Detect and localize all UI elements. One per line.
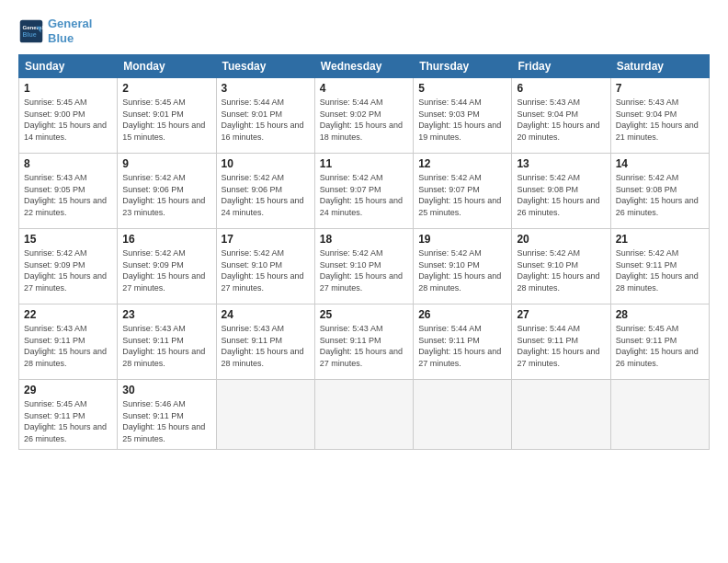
day-number: 25 [320, 308, 408, 321]
calendar-cell: 3Sunrise: 5:44 AMSunset: 9:01 PMDaylight… [216, 78, 314, 154]
day-info: Sunrise: 5:43 AMSunset: 9:11 PMDaylight:… [222, 323, 310, 369]
calendar-cell: 4Sunrise: 5:44 AMSunset: 9:02 PMDaylight… [314, 78, 413, 154]
day-number: 2 [122, 82, 210, 95]
logo-text: GeneralBlue [48, 17, 92, 45]
weekday-header-row: SundayMondayTuesdayWednesdayThursdayFrid… [19, 55, 710, 78]
calendar-cell: 28Sunrise: 5:45 AMSunset: 9:11 PMDayligh… [610, 304, 709, 380]
day-number: 14 [616, 157, 704, 170]
calendar-cell: 2Sunrise: 5:45 AMSunset: 9:01 PMDaylight… [118, 78, 216, 154]
calendar-cell [610, 380, 709, 449]
calendar-cell: 17Sunrise: 5:42 AMSunset: 9:10 PMDayligh… [216, 229, 314, 304]
calendar-cell: 24Sunrise: 5:43 AMSunset: 9:11 PMDayligh… [216, 304, 314, 380]
day-number: 22 [24, 308, 112, 321]
day-info: Sunrise: 5:45 AMSunset: 9:01 PMDaylight:… [122, 97, 210, 143]
weekday-header-monday: Monday [118, 55, 216, 78]
calendar-cell: 12Sunrise: 5:42 AMSunset: 9:07 PMDayligh… [414, 154, 512, 229]
day-info: Sunrise: 5:42 AMSunset: 9:06 PMDaylight:… [222, 172, 310, 218]
day-info: Sunrise: 5:42 AMSunset: 9:07 PMDaylight:… [320, 172, 408, 218]
day-info: Sunrise: 5:44 AMSunset: 9:03 PMDaylight:… [418, 97, 506, 143]
calendar-cell: 22Sunrise: 5:43 AMSunset: 9:11 PMDayligh… [19, 304, 118, 380]
calendar-cell: 11Sunrise: 5:42 AMSunset: 9:07 PMDayligh… [314, 154, 413, 229]
day-info: Sunrise: 5:43 AMSunset: 9:04 PMDaylight:… [517, 97, 605, 143]
calendar-cell: 26Sunrise: 5:44 AMSunset: 9:11 PMDayligh… [414, 304, 512, 380]
calendar-cell: 15Sunrise: 5:42 AMSunset: 9:09 PMDayligh… [19, 229, 118, 304]
calendar-cell: 20Sunrise: 5:42 AMSunset: 9:10 PMDayligh… [512, 229, 610, 304]
week-row-5: 29Sunrise: 5:45 AMSunset: 9:11 PMDayligh… [19, 380, 710, 449]
day-number: 8 [24, 157, 112, 170]
calendar-cell: 23Sunrise: 5:43 AMSunset: 9:11 PMDayligh… [118, 304, 216, 380]
day-number: 26 [418, 308, 506, 321]
calendar-table: SundayMondayTuesdayWednesdayThursdayFrid… [18, 54, 710, 449]
day-info: Sunrise: 5:42 AMSunset: 9:09 PMDaylight:… [24, 247, 112, 293]
day-number: 7 [616, 82, 704, 95]
day-number: 28 [616, 308, 704, 321]
day-info: Sunrise: 5:44 AMSunset: 9:02 PMDaylight:… [320, 97, 408, 143]
calendar-cell: 18Sunrise: 5:42 AMSunset: 9:10 PMDayligh… [314, 229, 413, 304]
weekday-header-tuesday: Tuesday [216, 55, 314, 78]
calendar-cell: 25Sunrise: 5:43 AMSunset: 9:11 PMDayligh… [314, 304, 413, 380]
calendar-cell [512, 380, 610, 449]
calendar-cell: 10Sunrise: 5:42 AMSunset: 9:06 PMDayligh… [216, 154, 314, 229]
day-info: Sunrise: 5:43 AMSunset: 9:11 PMDaylight:… [320, 323, 408, 369]
day-number: 5 [418, 82, 506, 95]
day-info: Sunrise: 5:45 AMSunset: 9:11 PMDaylight:… [24, 398, 112, 444]
day-info: Sunrise: 5:45 AMSunset: 9:11 PMDaylight:… [616, 323, 704, 369]
weekday-header-saturday: Saturday [610, 55, 709, 78]
day-number: 11 [320, 157, 408, 170]
day-number: 19 [418, 233, 506, 246]
logo: General Blue GeneralBlue [18, 17, 92, 45]
day-number: 15 [24, 233, 112, 246]
day-number: 6 [517, 82, 605, 95]
day-info: Sunrise: 5:42 AMSunset: 9:06 PMDaylight:… [122, 172, 210, 218]
day-number: 24 [222, 308, 310, 321]
calendar-cell [314, 380, 413, 449]
header: General Blue GeneralBlue [18, 17, 710, 45]
calendar-cell: 1Sunrise: 5:45 AMSunset: 9:00 PMDaylight… [19, 78, 118, 154]
day-number: 16 [122, 233, 210, 246]
day-info: Sunrise: 5:42 AMSunset: 9:07 PMDaylight:… [418, 172, 506, 218]
day-number: 29 [24, 384, 112, 396]
day-number: 20 [517, 233, 605, 246]
page: General Blue GeneralBlue SundayMondayTue… [0, 0, 728, 563]
day-info: Sunrise: 5:42 AMSunset: 9:11 PMDaylight:… [616, 247, 704, 293]
weekday-header-sunday: Sunday [19, 55, 118, 78]
day-number: 21 [616, 233, 704, 246]
calendar-cell: 8Sunrise: 5:43 AMSunset: 9:05 PMDaylight… [19, 154, 118, 229]
week-row-3: 15Sunrise: 5:42 AMSunset: 9:09 PMDayligh… [19, 229, 710, 304]
day-info: Sunrise: 5:42 AMSunset: 9:10 PMDaylight:… [418, 247, 506, 293]
svg-text:Blue: Blue [22, 31, 36, 38]
day-info: Sunrise: 5:42 AMSunset: 9:08 PMDaylight:… [616, 172, 704, 218]
day-info: Sunrise: 5:44 AMSunset: 9:11 PMDaylight:… [418, 323, 506, 369]
calendar-cell [414, 380, 512, 449]
day-info: Sunrise: 5:42 AMSunset: 9:10 PMDaylight:… [320, 247, 408, 293]
day-info: Sunrise: 5:43 AMSunset: 9:05 PMDaylight:… [24, 172, 112, 218]
calendar-cell: 7Sunrise: 5:43 AMSunset: 9:04 PMDaylight… [610, 78, 709, 154]
day-info: Sunrise: 5:42 AMSunset: 9:08 PMDaylight:… [517, 172, 605, 218]
calendar-cell: 13Sunrise: 5:42 AMSunset: 9:08 PMDayligh… [512, 154, 610, 229]
calendar-cell [216, 380, 314, 449]
day-info: Sunrise: 5:42 AMSunset: 9:10 PMDaylight:… [222, 247, 310, 293]
weekday-header-friday: Friday [512, 55, 610, 78]
calendar-cell: 30Sunrise: 5:46 AMSunset: 9:11 PMDayligh… [118, 380, 216, 449]
day-number: 17 [222, 233, 310, 246]
day-number: 23 [122, 308, 210, 321]
day-number: 3 [222, 82, 310, 95]
calendar-cell: 19Sunrise: 5:42 AMSunset: 9:10 PMDayligh… [414, 229, 512, 304]
day-info: Sunrise: 5:46 AMSunset: 9:11 PMDaylight:… [122, 398, 210, 444]
day-number: 1 [24, 82, 112, 95]
calendar-cell: 21Sunrise: 5:42 AMSunset: 9:11 PMDayligh… [610, 229, 709, 304]
week-row-1: 1Sunrise: 5:45 AMSunset: 9:00 PMDaylight… [19, 78, 710, 154]
calendar-cell: 27Sunrise: 5:44 AMSunset: 9:11 PMDayligh… [512, 304, 610, 380]
day-info: Sunrise: 5:44 AMSunset: 9:01 PMDaylight:… [222, 97, 310, 143]
week-row-4: 22Sunrise: 5:43 AMSunset: 9:11 PMDayligh… [19, 304, 710, 380]
day-info: Sunrise: 5:43 AMSunset: 9:11 PMDaylight:… [24, 323, 112, 369]
day-number: 9 [122, 157, 210, 170]
day-number: 10 [222, 157, 310, 170]
day-number: 18 [320, 233, 408, 246]
calendar-cell: 5Sunrise: 5:44 AMSunset: 9:03 PMDaylight… [414, 78, 512, 154]
weekday-header-thursday: Thursday [414, 55, 512, 78]
day-number: 12 [418, 157, 506, 170]
day-info: Sunrise: 5:44 AMSunset: 9:11 PMDaylight:… [517, 323, 605, 369]
weekday-header-wednesday: Wednesday [314, 55, 413, 78]
logo-icon: General Blue [18, 18, 44, 44]
